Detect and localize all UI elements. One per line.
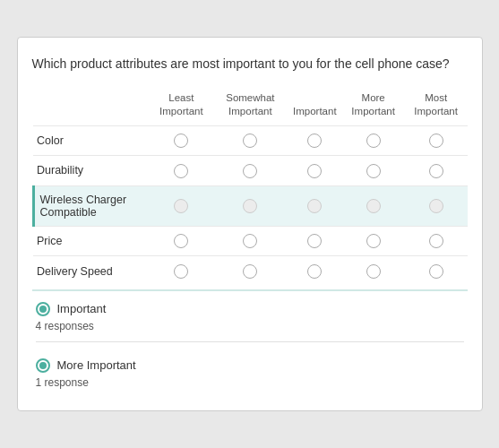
col-header-4: More Important bbox=[342, 88, 405, 125]
cell-r2-c1[interactable] bbox=[213, 185, 288, 226]
section-2-count: 1 response bbox=[36, 376, 464, 398]
question-text: Which product attributes are most import… bbox=[32, 56, 468, 73]
cell-r4-c2[interactable] bbox=[288, 256, 342, 286]
section-1-count: 4 responses bbox=[36, 320, 464, 342]
cell-r0-c0[interactable] bbox=[150, 125, 213, 156]
radio-r0-c2[interactable] bbox=[307, 134, 322, 148]
cell-r1-c1[interactable] bbox=[213, 156, 288, 186]
cell-r3-c2[interactable] bbox=[288, 226, 342, 256]
section-1: Important 4 responses bbox=[32, 289, 468, 348]
cell-r2-c4[interactable] bbox=[405, 185, 468, 226]
cell-r2-c0[interactable] bbox=[150, 185, 213, 226]
radio-r4-c3[interactable] bbox=[366, 264, 381, 279]
cell-r3-c4[interactable] bbox=[405, 226, 468, 256]
row-label-2: Wireless Charger Compatible bbox=[33, 185, 150, 226]
cell-r0-c4[interactable] bbox=[405, 125, 468, 156]
radio-r2-c2[interactable] bbox=[307, 199, 322, 213]
cell-r4-c0[interactable] bbox=[150, 256, 213, 286]
section-1-label: Important bbox=[57, 302, 107, 315]
section-1-row: Important bbox=[36, 302, 464, 316]
radio-r4-c2[interactable] bbox=[307, 264, 322, 279]
cell-r0-c3[interactable] bbox=[342, 125, 405, 156]
cell-r3-c1[interactable] bbox=[213, 226, 288, 256]
radio-r1-c0[interactable] bbox=[174, 164, 188, 178]
radio-r3-c0[interactable] bbox=[174, 234, 188, 248]
section-1-radio bbox=[36, 302, 50, 316]
cell-r3-c3[interactable] bbox=[342, 226, 405, 256]
col-header-1: Least Important bbox=[150, 88, 213, 125]
radio-r0-c4[interactable] bbox=[429, 134, 443, 148]
cell-r3-c0[interactable] bbox=[150, 226, 213, 256]
col-header-3: Important bbox=[288, 88, 342, 125]
cell-r4-c3[interactable] bbox=[342, 256, 405, 286]
radio-r0-c3[interactable] bbox=[366, 134, 381, 148]
section-2: More Important 1 response bbox=[32, 348, 468, 410]
table-row: Price bbox=[33, 226, 468, 256]
radio-r3-c1[interactable] bbox=[243, 234, 257, 248]
cell-r0-c1[interactable] bbox=[213, 125, 288, 156]
table-row: Wireless Charger Compatible bbox=[33, 185, 468, 226]
cell-r1-c0[interactable] bbox=[150, 156, 213, 186]
radio-r3-c3[interactable] bbox=[366, 234, 381, 248]
radio-r2-c1[interactable] bbox=[243, 199, 257, 213]
row-label-1: Durability bbox=[33, 156, 150, 186]
row-label-4: Delivery Speed bbox=[33, 256, 150, 286]
cell-r1-c3[interactable] bbox=[342, 156, 405, 186]
section-2-radio bbox=[36, 358, 50, 373]
table-row: Delivery Speed bbox=[33, 256, 468, 286]
row-label-3: Price bbox=[33, 226, 150, 256]
radio-r1-c4[interactable] bbox=[429, 164, 443, 178]
section-2-label: More Important bbox=[57, 358, 136, 372]
empty-header bbox=[33, 88, 150, 125]
radio-r1-c3[interactable] bbox=[366, 164, 381, 178]
radio-r4-c0[interactable] bbox=[174, 264, 188, 279]
rating-grid: Least Important Somewhat Important Impor… bbox=[32, 88, 468, 286]
cell-r1-c2[interactable] bbox=[288, 156, 342, 186]
cell-r0-c2[interactable] bbox=[288, 125, 342, 156]
radio-r1-c1[interactable] bbox=[243, 164, 257, 178]
radio-r3-c4[interactable] bbox=[429, 234, 443, 248]
table-row: Durability bbox=[33, 156, 468, 186]
radio-r1-c2[interactable] bbox=[307, 164, 322, 178]
radio-r4-c4[interactable] bbox=[429, 264, 443, 279]
section-2-row: More Important bbox=[36, 358, 464, 373]
survey-card: Which product attributes are most import… bbox=[17, 37, 483, 411]
cell-r4-c1[interactable] bbox=[213, 256, 288, 286]
col-header-5: Most Important bbox=[405, 88, 468, 125]
radio-r2-c0[interactable] bbox=[174, 199, 188, 213]
radio-r4-c1[interactable] bbox=[243, 264, 257, 279]
cell-r4-c4[interactable] bbox=[405, 256, 468, 286]
radio-r2-c3[interactable] bbox=[366, 199, 381, 213]
row-label-0: Color bbox=[33, 125, 150, 156]
radio-r0-c1[interactable] bbox=[243, 134, 257, 148]
cell-r2-c3[interactable] bbox=[342, 185, 405, 226]
col-header-2: Somewhat Important bbox=[213, 88, 288, 125]
cell-r2-c2[interactable] bbox=[288, 185, 342, 226]
table-row: Color bbox=[33, 125, 468, 156]
radio-r0-c0[interactable] bbox=[174, 134, 188, 148]
radio-r3-c2[interactable] bbox=[307, 234, 322, 248]
cell-r1-c4[interactable] bbox=[405, 156, 468, 186]
radio-r2-c4[interactable] bbox=[429, 199, 443, 213]
